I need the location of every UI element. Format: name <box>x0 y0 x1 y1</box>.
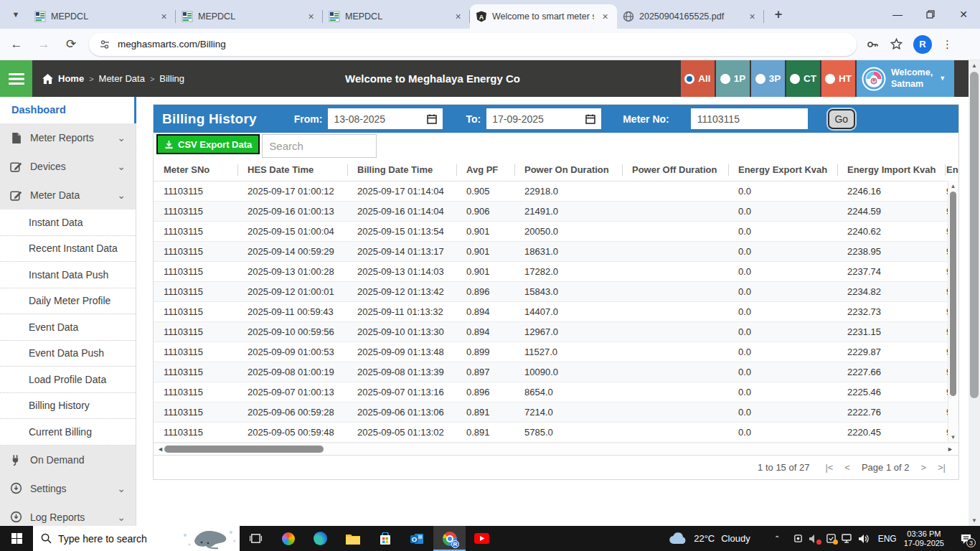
taskbar-search-box[interactable]: Type here to search <box>33 526 240 551</box>
table-vertical-scrollbar[interactable]: ▲ ▼ <box>948 181 958 442</box>
sidebar-subitem-event-data-push[interactable]: Event Data Push <box>0 341 136 367</box>
column-header[interactable]: HES Date Time <box>237 159 347 181</box>
column-header[interactable]: Avg PF <box>456 159 514 181</box>
sidebar-subitem-load-profile-data[interactable]: Load Profile Data <box>0 367 136 393</box>
column-header[interactable]: Meter SNo <box>154 159 237 181</box>
outlook-app-button[interactable]: O <box>401 526 433 551</box>
scroll-up-arrow-icon[interactable]: ▲ <box>969 60 980 71</box>
edge-app-button[interactable] <box>304 526 336 551</box>
table-row[interactable]: 111031152025-09-17 01:00:122025-09-17 01… <box>154 181 958 201</box>
scroll-down-arrow-icon[interactable]: ▼ <box>969 515 980 526</box>
bookmark-star-icon[interactable] <box>890 37 903 51</box>
table-search-input[interactable] <box>262 134 377 158</box>
tab-close-icon[interactable]: × <box>158 11 170 23</box>
notification-center-button[interactable]: 3 <box>951 526 980 551</box>
sidebar-subitem-daily-meter-profile[interactable]: Daily Meter Profile <box>0 288 136 315</box>
radio-button[interactable] <box>825 74 835 84</box>
table-row[interactable]: 111031152025-09-08 01:00:192025-09-08 01… <box>154 362 958 382</box>
sidebar-subitem-billing-history[interactable]: Billing History <box>0 393 136 420</box>
password-key-icon[interactable] <box>865 37 880 52</box>
start-button[interactable] <box>0 526 33 551</box>
radio-button[interactable] <box>790 74 800 84</box>
browser-tab-active[interactable]: A Welcome to smart meter sys × <box>470 4 617 29</box>
radio-button[interactable] <box>755 74 765 84</box>
table-row[interactable]: 111031152025-09-11 00:59:432025-09-11 01… <box>154 301 958 321</box>
prev-page-button[interactable]: < <box>844 462 850 473</box>
filter-segment-3p[interactable]: 3P <box>751 60 785 97</box>
table-row[interactable]: 111031152025-09-07 01:00:132025-09-07 01… <box>154 382 958 402</box>
filter-segment-1p[interactable]: 1P <box>716 60 750 97</box>
tab-close-icon[interactable]: × <box>599 11 611 23</box>
page-scrollbar-thumb[interactable] <box>970 72 979 398</box>
site-info-icon[interactable] <box>99 39 110 50</box>
from-date-input[interactable]: 13-08-2025 <box>328 108 443 129</box>
sidebar-subitem-event-data[interactable]: Event Data <box>0 314 136 341</box>
table-row[interactable]: 111031152025-09-06 00:59:282025-09-06 01… <box>154 402 958 422</box>
taskbar-weather[interactable]: 22°C Cloudy <box>669 532 750 545</box>
forward-button[interactable]: → <box>33 34 55 55</box>
sidebar-subitem-instant-data-push[interactable]: Instant Data Push <box>0 262 136 288</box>
column-header[interactable]: Ene <box>945 159 958 181</box>
browser-tab-3[interactable]: MEPDCL × <box>323 4 470 29</box>
breadcrumb-home[interactable]: Home <box>58 73 84 84</box>
sidebar-item-on-demand[interactable]: On Demand <box>0 446 136 474</box>
window-minimize-button[interactable]: — <box>881 0 914 29</box>
network-tray-icon[interactable] <box>839 526 856 551</box>
sidebar-subitem-recent-instant-data[interactable]: Recent Instant Data <box>0 236 136 263</box>
filter-segment-all[interactable]: All <box>681 60 715 97</box>
profile-avatar[interactable]: R <box>913 35 932 54</box>
breadcrumb-billing[interactable]: Billing <box>159 73 184 84</box>
next-page-button[interactable]: > <box>920 462 926 473</box>
update-tray-icon[interactable] <box>823 526 839 551</box>
calendar-icon[interactable] <box>427 114 437 124</box>
reload-button[interactable]: ⟳ <box>60 34 82 55</box>
tab-close-icon[interactable]: × <box>305 11 317 23</box>
table-row[interactable]: 111031152025-09-12 01:00:012025-09-12 01… <box>154 281 958 301</box>
window-restore-button[interactable] <box>914 0 947 29</box>
table-row[interactable]: 111031152025-09-14 00:59:292025-09-14 01… <box>154 241 958 261</box>
table-row[interactable]: 111031152025-09-05 00:59:482025-09-05 01… <box>154 422 958 442</box>
user-menu[interactable]: Welcome,Satnam ▼ <box>857 60 954 97</box>
address-bar[interactable]: meghasmarts.com/Billing <box>89 33 857 56</box>
column-header[interactable]: Energy Export Kvah <box>728 159 837 181</box>
table-hscroll-thumb[interactable] <box>164 446 324 453</box>
browser-tab-1[interactable]: MEPDCL × <box>29 4 176 29</box>
table-horizontal-scrollbar[interactable]: ◄ ► <box>154 443 958 455</box>
go-button[interactable]: Go <box>828 109 855 129</box>
to-date-input[interactable]: 17-09-2025 <box>486 108 601 129</box>
task-view-button[interactable] <box>240 526 272 551</box>
page-scrollbar[interactable]: ▲ ▼ <box>969 60 980 526</box>
radio-button[interactable] <box>684 74 694 84</box>
chrome-app-button[interactable]: R <box>433 526 466 551</box>
sidebar-subitem-instant-data[interactable]: Instant Data <box>0 209 136 236</box>
table-row[interactable]: 111031152025-09-15 01:00:042025-09-15 01… <box>154 221 958 241</box>
calendar-icon[interactable] <box>585 114 595 124</box>
browser-tab-2[interactable]: MEPDCL × <box>176 4 323 29</box>
sidebar-item-settings[interactable]: Settings ⌄ <box>0 474 136 503</box>
table-vscroll-thumb[interactable] <box>950 192 956 396</box>
scroll-left-arrow-icon[interactable]: ◄ <box>157 446 164 453</box>
browser-tab-pdf[interactable]: 20250904165525.pdf × <box>617 4 764 29</box>
screen-capture-tray-icon[interactable] <box>790 526 806 551</box>
taskbar-clock[interactable]: 03:36 PM 17-09-2025 <box>904 529 944 548</box>
scroll-down-arrow-icon[interactable]: ▼ <box>948 432 958 442</box>
sidebar-item-meter-reports[interactable]: Meter Reports ⌄ <box>0 123 136 152</box>
microsoft-store-app-button[interactable] <box>369 526 401 551</box>
last-page-button[interactable]: >| <box>938 462 946 473</box>
sidebar-item-dashboard[interactable]: Dashboard <box>0 97 136 123</box>
language-indicator[interactable]: ENG <box>878 534 897 544</box>
breadcrumb-meter-data[interactable]: Meter Data <box>99 73 145 84</box>
tab-search-chevron-icon[interactable]: ▼ <box>6 4 26 24</box>
filter-segment-ht[interactable]: HT <box>821 60 855 97</box>
file-explorer-app-button[interactable] <box>336 526 369 551</box>
back-button[interactable]: ← <box>6 34 27 55</box>
tab-close-icon[interactable]: × <box>746 11 758 23</box>
scroll-up-arrow-icon[interactable]: ▲ <box>948 181 958 191</box>
hamburger-menu-button[interactable] <box>0 60 32 97</box>
new-tab-button[interactable]: + <box>768 4 788 24</box>
browser-menu-icon[interactable]: ⋮ <box>942 38 953 51</box>
window-close-button[interactable]: ✕ <box>947 0 980 29</box>
table-row[interactable]: 111031152025-09-13 01:00:282025-09-13 01… <box>154 261 958 281</box>
audio-muted-tray-icon[interactable] <box>806 526 823 551</box>
radio-button[interactable] <box>720 74 730 84</box>
